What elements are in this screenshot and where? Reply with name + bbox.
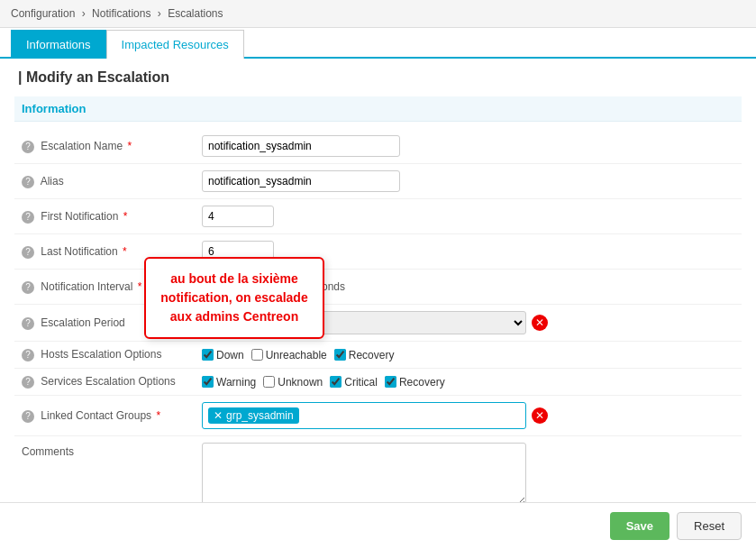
- save-button[interactable]: Save: [610, 512, 669, 540]
- hosts-escalation-options-row: ? Hosts Escalation Options Down Unreacha…: [14, 342, 742, 369]
- services-warning-checkbox[interactable]: [202, 376, 214, 388]
- services-critical-checkbox[interactable]: [330, 376, 342, 388]
- hosts-recovery-checkbox[interactable]: [334, 349, 346, 361]
- escalation-name-row: ? Escalation Name *: [14, 129, 742, 164]
- hosts-unreachable-checkbox-label[interactable]: Unreachable: [251, 349, 327, 361]
- alias-label: Alias: [41, 175, 64, 188]
- page-title: Modify an Escalation: [14, 69, 742, 86]
- help-icon-escalation-period[interactable]: ?: [22, 317, 34, 330]
- notification-interval-row: ? Notification Interval * * 60 seconds: [14, 270, 742, 305]
- help-icon-notification-interval[interactable]: ?: [22, 281, 34, 294]
- services-escalation-label: Services Escalation Options: [41, 375, 175, 388]
- last-notification-label: Last Notification: [41, 245, 117, 258]
- services-warning-checkbox-label[interactable]: Warning: [202, 376, 256, 389]
- info-section-label: Information: [14, 96, 742, 122]
- escalation-period-label: Escalation Period: [41, 316, 124, 329]
- tab-impacted-resources[interactable]: Impacted Resources: [106, 30, 244, 59]
- breadcrumb-item-3: Escalations: [168, 7, 223, 20]
- tag-grp-sysadmin: ✕ grp_sysadmin: [208, 407, 299, 424]
- help-icon-first-notification[interactable]: ?: [22, 211, 34, 224]
- required-star: *: [156, 409, 160, 422]
- hosts-recovery-checkbox-label[interactable]: Recovery: [334, 349, 395, 361]
- escalation-name-label: Escalation Name: [41, 140, 123, 152]
- tooltip-callout: au bout de la sixième notification, on e…: [144, 257, 324, 339]
- linked-contact-groups-row: ? Linked Contact Groups * ✕ grp_sysadmin…: [14, 396, 742, 436]
- escalation-name-input[interactable]: [202, 135, 400, 157]
- escalation-period-row: ? Escalation Period 24x7 workhours nonwo…: [14, 305, 742, 342]
- breadcrumb-item-2: Notifications: [92, 7, 150, 20]
- notification-interval-label: Notification Interval: [41, 280, 132, 293]
- reset-button[interactable]: Reset: [677, 512, 742, 540]
- help-icon-linked-contact-groups[interactable]: ?: [22, 410, 34, 423]
- first-notification-input[interactable]: [202, 206, 274, 227]
- help-icon-hosts-escalation[interactable]: ?: [22, 349, 34, 361]
- last-notification-row: ? Last Notification *: [14, 234, 742, 270]
- breadcrumb-item-1: Configuration: [11, 7, 75, 20]
- services-unknown-checkbox[interactable]: [263, 376, 275, 388]
- help-icon-last-notification[interactable]: ?: [22, 246, 34, 259]
- linked-contact-groups-input[interactable]: ✕ grp_sysadmin: [202, 402, 526, 429]
- required-star: *: [123, 245, 127, 258]
- hosts-escalation-label: Hosts Escalation Options: [41, 348, 161, 361]
- hosts-down-checkbox[interactable]: [202, 349, 214, 361]
- hosts-down-checkbox-label[interactable]: Down: [202, 349, 244, 361]
- comments-label: Comments: [22, 445, 74, 458]
- services-recovery-checkbox[interactable]: [385, 376, 396, 388]
- tab-informations[interactable]: Informations: [11, 30, 106, 59]
- breadcrumb: Configuration › Notifications › Escalati…: [0, 0, 756, 28]
- hosts-unreachable-checkbox[interactable]: [251, 349, 263, 361]
- first-notification-row: ? First Notification *: [14, 199, 742, 234]
- required-star: *: [127, 140, 132, 152]
- help-icon-escalation-name[interactable]: ?: [22, 141, 34, 153]
- comments-textarea[interactable]: [202, 443, 526, 506]
- escalation-period-clear-icon[interactable]: ✕: [532, 315, 548, 331]
- alias-row: ? Alias: [14, 164, 742, 199]
- linked-contact-groups-label: Linked Contact Groups: [41, 409, 151, 422]
- services-recovery-checkbox-label[interactable]: Recovery: [385, 376, 445, 389]
- required-star: *: [123, 210, 128, 223]
- services-unknown-checkbox-label[interactable]: Unknown: [263, 376, 323, 389]
- required-star: *: [138, 280, 142, 293]
- help-icon-services-escalation[interactable]: ?: [22, 376, 34, 389]
- services-escalation-options-row: ? Services Escalation Options Warning Un…: [14, 369, 742, 396]
- services-critical-checkbox-label[interactable]: Critical: [330, 376, 378, 389]
- footer-bar: Save Reset: [0, 502, 756, 549]
- alias-input[interactable]: [202, 170, 400, 192]
- help-icon-alias[interactable]: ?: [22, 176, 34, 188]
- linked-contact-groups-clear-icon[interactable]: ✕: [532, 407, 548, 424]
- first-notification-label: First Notification: [41, 210, 118, 223]
